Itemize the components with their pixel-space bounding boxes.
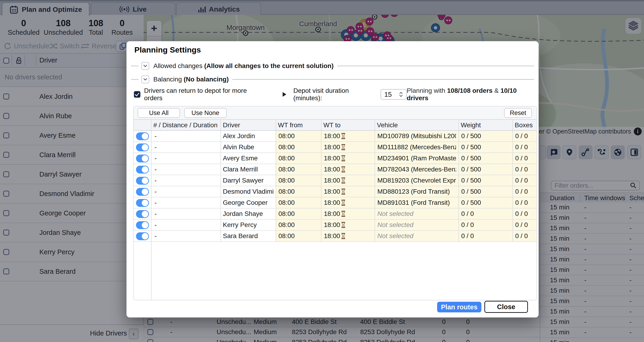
cell-vehicle[interactable]: MD100789 (Mitsubishi L200 ...	[377, 132, 456, 140]
section-rule	[337, 66, 534, 66]
stepper-arrows[interactable]	[397, 92, 406, 97]
use-all-button[interactable]: Use All	[138, 108, 180, 118]
hourglass-icon	[341, 222, 346, 228]
driver-enabled-toggle[interactable]	[136, 155, 149, 163]
cell-wt-to[interactable]: 18:00	[324, 132, 346, 140]
section-label: Allowed changes (Allow all changes to th…	[152, 62, 334, 70]
driver-enabled-toggle[interactable]	[136, 177, 149, 185]
section-dash	[131, 79, 138, 80]
cell-wt-to[interactable]: 18:00	[324, 166, 346, 173]
cell-distance: -	[154, 221, 156, 229]
modal-driver-row: -Sara Berard08:0018:00Not selected0 / 00…	[134, 231, 536, 242]
return-to-depot-checkbox[interactable]	[134, 91, 140, 98]
cell-vehicle[interactable]: MD234901 (Ram ProMaster)	[377, 155, 456, 162]
col-wt-from: WT from	[278, 122, 303, 129]
chevron-down-icon	[143, 65, 147, 67]
cell-driver: Darryl Sawyer	[223, 177, 274, 184]
cell-vehicle[interactable]: Not selected	[377, 232, 456, 240]
cell-boxes: 0 / 0	[515, 155, 528, 162]
cell-driver: Jordan Shaye	[223, 210, 274, 217]
cell-wt-to[interactable]: 18:00	[324, 221, 346, 229]
cell-wt-from[interactable]: 08:00	[278, 188, 295, 195]
allowed-changes-toggle[interactable]	[141, 62, 149, 70]
cell-wt-to[interactable]: 18:00	[324, 232, 346, 240]
depot-duration-label: Depot visit duration (minutes):	[293, 87, 376, 102]
cell-distance: -	[154, 155, 156, 162]
driver-enabled-toggle[interactable]	[136, 132, 149, 140]
cell-distance: -	[154, 210, 156, 217]
cell-distance: -	[154, 199, 156, 206]
app-window: Plan and Optimize Live Analytics 0 Sched…	[0, 0, 644, 342]
balancing-toggle[interactable]	[141, 75, 149, 83]
cell-vehicle[interactable]: Not selected	[377, 210, 456, 217]
cell-weight: 0 / 500	[461, 155, 481, 162]
cell-wt-from[interactable]: 08:00	[278, 210, 295, 217]
cell-wt-from[interactable]: 08:00	[278, 155, 295, 162]
cell-wt-from[interactable]: 08:00	[278, 166, 295, 173]
hourglass-icon	[341, 155, 346, 161]
cell-distance: -	[154, 144, 156, 151]
driver-enabled-toggle[interactable]	[136, 199, 149, 207]
close-button[interactable]: Close	[484, 301, 528, 313]
depot-duration-stepper[interactable]: 15	[380, 89, 407, 100]
cell-boxes: 0 / 0	[515, 132, 528, 140]
hourglass-icon	[341, 188, 346, 195]
cell-vehicle[interactable]: MD819203 (Chevrolet Express)	[377, 177, 456, 184]
cell-vehicle[interactable]: MD111882 (Mercedes-Benz ...	[377, 144, 456, 151]
driver-enabled-toggle[interactable]	[136, 188, 149, 196]
expand-arrow-icon[interactable]	[282, 92, 286, 97]
driver-enabled-toggle[interactable]	[136, 144, 149, 151]
cell-vehicle[interactable]: Not selected	[377, 221, 456, 229]
chevron-down-icon	[143, 78, 147, 81]
driver-enabled-toggle[interactable]	[136, 166, 149, 173]
cell-wt-from[interactable]: 08:00	[278, 232, 295, 240]
cell-wt-to[interactable]: 18:00	[324, 199, 346, 206]
cell-wt-from[interactable]: 08:00	[278, 221, 295, 229]
cell-weight: 0 / 500	[461, 132, 481, 140]
driver-enabled-toggle[interactable]	[136, 210, 149, 218]
cell-wt-to[interactable]: 18:00	[324, 177, 346, 184]
plan-routes-button[interactable]: Plan routes	[437, 302, 482, 312]
col-wt-to: WT to	[324, 122, 340, 129]
cell-wt-to[interactable]: 18:00	[324, 144, 346, 151]
section-label: Balancing (No balancing)	[152, 76, 230, 83]
cell-boxes: 0 / 0	[515, 221, 528, 229]
cell-wt-from[interactable]: 08:00	[278, 132, 295, 140]
driver-enabled-toggle[interactable]	[136, 221, 149, 229]
balancing-section: Balancing (No balancing)	[131, 75, 534, 84]
chevron-up-icon[interactable]	[399, 92, 403, 94]
cell-vehicle[interactable]: MD880123 (Ford Transit)	[377, 188, 456, 195]
col-boxes: Boxes	[515, 122, 533, 129]
cell-wt-to[interactable]: 18:00	[324, 210, 346, 217]
cell-vehicle[interactable]: MD782043 (Mercedes-Benz ...	[377, 166, 456, 173]
cell-boxes: 0 / 0	[515, 199, 528, 206]
driver-enabled-toggle[interactable]	[136, 232, 149, 240]
hourglass-icon	[341, 177, 346, 183]
hourglass-icon	[341, 200, 346, 206]
reset-button[interactable]: Reset	[504, 108, 532, 118]
cell-driver: Clara Merrill	[223, 166, 274, 173]
hourglass-icon	[341, 166, 346, 172]
chevron-down-icon[interactable]	[399, 95, 403, 97]
cell-wt-to[interactable]: 18:00	[324, 188, 346, 195]
use-none-button[interactable]: Use None	[184, 108, 226, 118]
cell-wt-from[interactable]: 08:00	[278, 144, 295, 151]
cell-driver: George Cooper	[223, 199, 274, 206]
hourglass-icon	[341, 144, 346, 150]
modal-driver-row: -Alex Jordin08:0018:00MD100789 (Mitsubis…	[134, 131, 536, 142]
cell-wt-to[interactable]: 18:00	[324, 155, 346, 162]
cell-weight: 0 / 0	[461, 210, 474, 217]
modal-driver-row: -Avery Esme08:0018:00MD234901 (Ram ProMa…	[134, 153, 536, 164]
cell-distance: -	[154, 232, 156, 240]
depot-duration-value[interactable]: 15	[381, 91, 397, 98]
cell-distance: -	[154, 132, 156, 140]
col-distance: # / Distance / Duration	[153, 122, 218, 129]
drivers-settings-panel: Use All Use None Reset # / Distance / Du…	[133, 106, 537, 300]
cell-weight: 0 / 500	[461, 144, 481, 151]
allowed-changes-section: Allowed changes (Allow all changes to th…	[131, 61, 534, 71]
modal-title: Planning Settings	[134, 45, 201, 54]
cell-vehicle[interactable]: MD891031 (Ford Transit)	[377, 199, 456, 206]
cell-wt-from[interactable]: 08:00	[278, 177, 295, 184]
hourglass-icon	[341, 233, 346, 239]
cell-wt-from[interactable]: 08:00	[278, 199, 295, 206]
